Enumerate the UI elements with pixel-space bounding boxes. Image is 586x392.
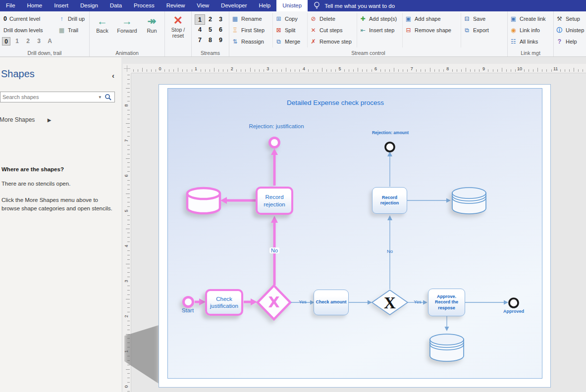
h-ruler-tick	[430, 68, 430, 72]
cut-steps-button[interactable]: ✕Cut steps	[310, 24, 355, 36]
h-ruler-tick	[281, 69, 282, 72]
h-ruler-tick	[416, 69, 417, 72]
forward-label: Forward	[117, 28, 137, 34]
split-button[interactable]: ⊠Split	[275, 24, 305, 36]
add-shape-button[interactable]: ▣Add shape	[405, 13, 459, 24]
task-approve-record[interactable]: Approve. Record the respose	[428, 289, 465, 316]
gateway-x-marker-black[interactable]: X	[380, 293, 400, 313]
level-2[interactable]: 2	[24, 37, 32, 46]
tab-design[interactable]: Design	[74, 0, 104, 11]
tell-me[interactable]: Tell me what you want to do	[314, 0, 395, 11]
h-ruler-tick	[389, 69, 390, 72]
group-link-mgt: ▣Create link ◉Link info ☷All links Link …	[508, 11, 554, 56]
add-steps-button[interactable]: ✚Add step(s)	[359, 13, 400, 24]
merge-button[interactable]: ⧉Merge	[275, 36, 305, 47]
more-shapes-label: More Shapes	[0, 116, 35, 123]
export-label: Export	[473, 27, 489, 33]
stream-5[interactable]: 5	[205, 25, 215, 35]
search-dropdown-icon[interactable]: ▾	[96, 95, 104, 99]
setup-button[interactable]: ⚒Setup	[556, 13, 584, 24]
stop-label-1: Stop /	[171, 27, 185, 33]
v-ruler-tick	[127, 272, 130, 273]
export-button[interactable]: ⧉Export	[463, 24, 492, 36]
unistep-about-button[interactable]: ⓘUnistep	[556, 24, 584, 36]
stream-4[interactable]: 4	[195, 25, 205, 35]
h-ruler-tick	[147, 69, 147, 72]
h-ruler-number: 11	[552, 66, 560, 71]
stream-3[interactable]: 3	[215, 14, 226, 25]
copy-button[interactable]: ⊞Copy	[275, 13, 305, 24]
stop-x-icon: ✕	[165, 14, 191, 27]
v-ruler-tick	[126, 369, 130, 370]
back-label: Back	[96, 28, 108, 34]
tab-data[interactable]: Data	[104, 0, 128, 11]
tab-file[interactable]: File	[0, 0, 21, 11]
h-ruler-tick	[497, 69, 498, 72]
h-ruler-tick	[542, 69, 542, 72]
drill-up-button[interactable]: ↑ Drill up	[56, 13, 88, 24]
run-button[interactable]: ↠Run	[141, 15, 163, 34]
stream-6[interactable]: 6	[215, 25, 226, 35]
task-check-justification[interactable]: Check justification	[205, 289, 243, 316]
tab-review[interactable]: Review	[160, 0, 191, 11]
save-button[interactable]: ⊟Save	[463, 13, 492, 24]
stream-number-grid: 1 2 3 4 5 6 7 8 9	[192, 14, 229, 46]
all-links-button[interactable]: ☷All links	[510, 36, 550, 47]
help-button[interactable]: ?Help	[556, 36, 584, 47]
stop-reset-button[interactable]: ✕ Stop / reset	[165, 13, 191, 39]
ruler-corner	[123, 64, 131, 73]
tab-unistep[interactable]: Unistep	[276, 0, 308, 11]
v-ruler-tick	[127, 382, 130, 383]
back-button[interactable]: ←Back	[92, 15, 113, 34]
level-0[interactable]: 0	[2, 37, 10, 46]
level-a[interactable]: A	[46, 37, 54, 46]
stream-8[interactable]: 8	[205, 35, 215, 46]
search-input[interactable]	[0, 94, 96, 100]
delete-button[interactable]: ⊘Delete	[310, 13, 355, 24]
add-shape-label: Add shape	[415, 16, 441, 22]
h-ruler-tick	[560, 69, 561, 72]
stream-2[interactable]: 2	[205, 14, 215, 25]
level-3[interactable]: 3	[35, 37, 43, 46]
trail-button[interactable]: ▦ Trail	[56, 24, 88, 36]
current-level-button[interactable]: 0 Current level	[2, 13, 56, 24]
tab-developer[interactable]: Developer	[215, 0, 253, 11]
tab-home[interactable]: Home	[21, 0, 49, 11]
h-ruler-tick	[578, 69, 579, 72]
more-shapes-menu[interactable]: More Shapes ▶	[0, 116, 51, 123]
stream-1[interactable]: 1	[195, 14, 205, 25]
tab-view[interactable]: View	[191, 0, 215, 11]
level-1[interactable]: 1	[13, 37, 21, 46]
gateway-x-marker-pink[interactable]: X	[264, 294, 284, 311]
link-info-button[interactable]: ◉Link info	[510, 24, 550, 36]
tab-insert[interactable]: Insert	[48, 0, 74, 11]
drill-down-levels-button[interactable]: Drill down levels	[2, 24, 56, 36]
v-ruler-number: 7	[123, 137, 130, 144]
collapse-panel-chevron-icon[interactable]: ‹	[112, 71, 114, 80]
tab-help[interactable]: Help	[253, 0, 277, 11]
copy-icon: ⊞	[275, 15, 282, 22]
reassign-button[interactable]: ⇅Reassign	[231, 36, 270, 47]
remove-shape-button[interactable]: ⊟Remove shape	[405, 24, 459, 36]
merge-label: Merge	[285, 39, 300, 45]
search-icon[interactable]	[104, 94, 112, 100]
forward-button[interactable]: →Forward	[116, 15, 138, 34]
process-container[interactable]	[167, 88, 542, 379]
stream-9[interactable]: 9	[215, 35, 226, 46]
all-links-label: All links	[520, 39, 538, 45]
current-level-label: Current level	[9, 16, 40, 22]
task-record-rejection-blue[interactable]: Record rejection	[372, 187, 407, 214]
h-ruler-tick	[290, 69, 291, 72]
stream-7[interactable]: 7	[195, 35, 205, 46]
first-step-button[interactable]: ΞFirst Step	[231, 24, 270, 36]
cut-steps-label: Cut steps	[320, 27, 342, 33]
task-check-amount[interactable]: Check amount	[314, 290, 349, 315]
remove-step-button[interactable]: ✗Remove step	[310, 36, 355, 47]
rename-button[interactable]: ▦Rename	[231, 13, 270, 24]
drawing-canvas[interactable]: 01234567891011 876543210	[121, 57, 586, 392]
task-record-rejection-pink[interactable]: Record rejection	[256, 187, 293, 215]
tab-process[interactable]: Process	[128, 0, 160, 11]
insert-step-button[interactable]: ⇤Insert step	[359, 24, 400, 36]
h-ruler-tick	[466, 68, 466, 72]
create-link-button[interactable]: ▣Create link	[510, 13, 550, 24]
